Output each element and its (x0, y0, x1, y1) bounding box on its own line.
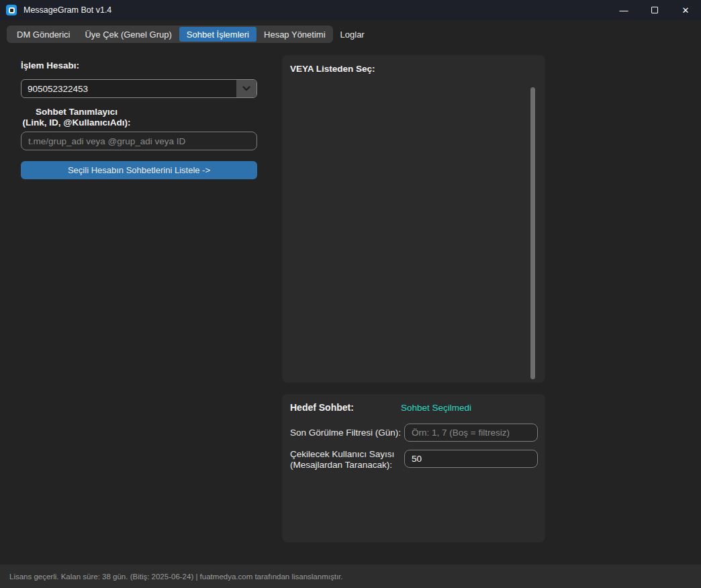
status-bar: Lisans geçerli. Kalan süre: 38 gün. (Bit… (0, 565, 701, 588)
list-chats-button[interactable]: Seçili Hesabın Sohbetlerini Listele -> (21, 161, 257, 179)
close-button[interactable]: ✕ (670, 0, 701, 20)
target-chat-label: Hedef Sohbet: (290, 402, 354, 413)
user-count-input[interactable] (404, 450, 538, 468)
tab-sohbet-islemleri[interactable]: Sohbet İşlemleri (179, 27, 256, 42)
chat-list-scrollbar[interactable] (530, 87, 535, 379)
chat-list-panel: VEYA Listeden Seç: (282, 55, 545, 383)
tab-loglar[interactable]: Loglar (333, 27, 372, 42)
minimize-button[interactable]: — (608, 0, 639, 20)
last-seen-filter-input[interactable] (404, 424, 538, 442)
license-status-text: Lisans geçerli. Kalan süre: 38 gün. (Bit… (9, 573, 342, 581)
user-count-label-line2: (Mesajlardan Taranacak): (290, 460, 394, 471)
combobox-dropdown-button[interactable] (236, 80, 256, 97)
window-controls: — ✕ (608, 0, 701, 20)
account-combobox-value: 905052322453 (21, 84, 236, 94)
target-panel: Hedef Sohbet: Sohbet Seçilmedi Son Görül… (282, 394, 545, 542)
window-title: MessageGram Bot v1.4 (24, 5, 111, 15)
app-icon-glyph (9, 7, 15, 13)
close-icon: ✕ (682, 5, 690, 15)
chevron-down-icon (242, 86, 250, 91)
minimize-icon: — (620, 5, 628, 15)
identifier-input[interactable] (21, 132, 257, 150)
tab-hesap-yonetimi[interactable]: Hesap Yönetimi (256, 27, 333, 42)
chat-listbox[interactable] (289, 83, 526, 377)
tab-dm-gonderici[interactable]: DM Gönderici (9, 27, 77, 42)
last-seen-filter-label: Son Görülme Filtresi (Gün): (290, 428, 401, 438)
tab-uye-cek[interactable]: Üye Çek (Genel Grup) (77, 27, 179, 42)
chat-list-title: VEYA Listeden Seç: (290, 64, 375, 74)
target-chat-value: Sohbet Seçilmedi (401, 403, 471, 413)
title-bar: MessageGram Bot v1.4 — ✕ (0, 0, 701, 20)
identifier-label-line1: Sohbet Tanımlayıcı (19, 107, 134, 117)
account-label: İşlem Hesabı: (21, 60, 79, 70)
user-count-label: Çekilecek Kullanıcı Sayısı (Mesajlardan … (290, 449, 394, 471)
maximize-icon (651, 7, 658, 13)
identifier-label: Sohbet Tanımlayıcı (Link, ID, @Kullanıcı… (19, 107, 134, 128)
tab-bar: DM Gönderici Üye Çek (Genel Grup) Sohbet… (7, 26, 333, 43)
account-combobox[interactable]: 905052322453 (21, 79, 257, 98)
maximize-button[interactable] (639, 0, 670, 20)
identifier-label-line2: (Link, ID, @KullanıcıAdı): (19, 117, 134, 128)
app-icon (6, 5, 17, 15)
user-count-label-line1: Çekilecek Kullanıcı Sayısı (290, 449, 394, 460)
